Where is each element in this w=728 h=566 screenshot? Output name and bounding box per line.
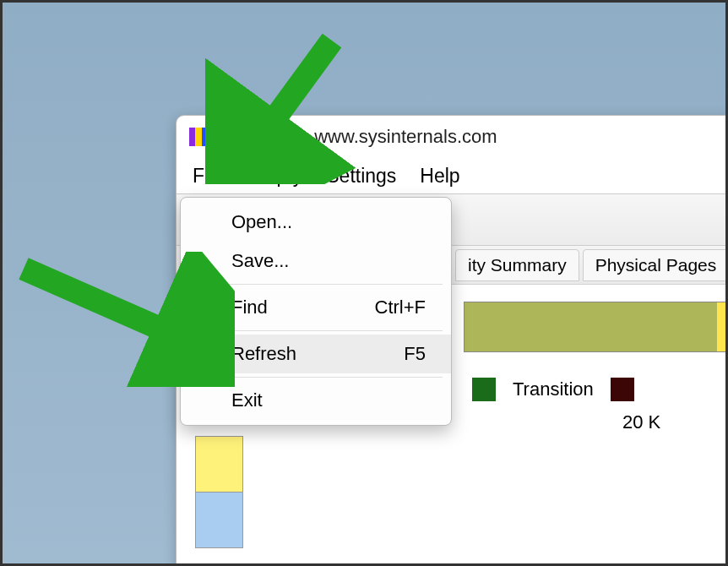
- usage-bar: [464, 302, 719, 352]
- menu-item-exit[interactable]: Exit: [181, 381, 451, 420]
- menu-item-find-accel: Ctrl+F: [375, 297, 426, 318]
- menu-file[interactable]: File: [181, 161, 236, 191]
- chip-yellow: [195, 436, 243, 493]
- menu-item-save[interactable]: Save...: [181, 242, 451, 280]
- legend-value: 20 K: [622, 411, 660, 433]
- tab-summary[interactable]: ity Summary: [455, 249, 579, 281]
- legend-label: Transition: [513, 378, 594, 400]
- app-icon: [189, 128, 208, 146]
- menu-item-refresh-label: Refresh: [231, 343, 296, 365]
- menu-item-open[interactable]: Open...: [181, 203, 451, 242]
- menu-help[interactable]: Help: [408, 161, 471, 191]
- svg-line-3: [24, 269, 197, 345]
- tab-physical[interactable]: Physical Pages: [583, 249, 728, 281]
- file-menu-dropdown: Open... Save... Find Ctrl+F Refresh F5 E…: [180, 197, 452, 426]
- menu-separator: [189, 377, 443, 378]
- swatch-green: [472, 378, 496, 401]
- menu-settings[interactable]: Settings: [314, 161, 408, 191]
- menu-separator: [189, 284, 443, 285]
- chip-blue: [195, 493, 243, 548]
- menu-item-find-label: Find: [231, 297, 268, 318]
- menu-item-save-label: Save...: [231, 250, 289, 272]
- menu-empty[interactable]: Empty: [236, 161, 314, 191]
- window-title: RAMMap - www.sysinternals.com: [220, 126, 497, 148]
- menu-item-refresh[interactable]: Refresh F5: [181, 335, 451, 373]
- menu-separator: [189, 330, 443, 331]
- menubar: File Empty Settings Help: [177, 158, 728, 194]
- legend-row: Transition: [472, 378, 634, 401]
- menu-item-refresh-accel: F5: [404, 343, 426, 365]
- menu-item-exit-label: Exit: [231, 389, 263, 411]
- swatch-darkred: [611, 378, 634, 401]
- menu-item-open-label: Open...: [231, 211, 292, 233]
- menu-item-find[interactable]: Find Ctrl+F: [181, 288, 451, 327]
- sidebar-color-chips: [195, 436, 242, 548]
- titlebar: RAMMap - www.sysinternals.com: [177, 116, 728, 158]
